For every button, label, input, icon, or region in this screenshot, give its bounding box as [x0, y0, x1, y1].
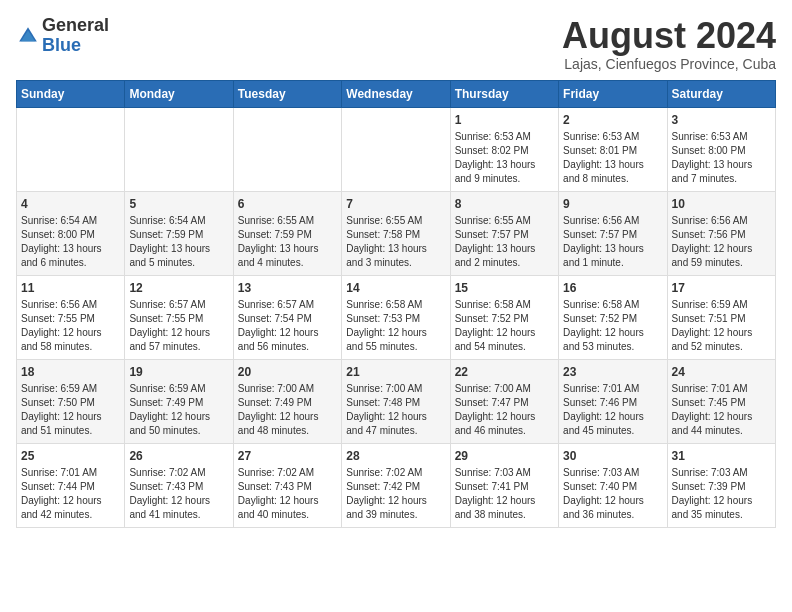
calendar-cell: 29Sunrise: 7:03 AMSunset: 7:41 PMDayligh… — [450, 443, 558, 527]
day-number: 27 — [238, 448, 337, 465]
day-number: 5 — [129, 196, 228, 213]
calendar-cell: 31Sunrise: 7:03 AMSunset: 7:39 PMDayligh… — [667, 443, 775, 527]
calendar-cell: 20Sunrise: 7:00 AMSunset: 7:49 PMDayligh… — [233, 359, 341, 443]
day-info: Sunrise: 7:02 AMSunset: 7:42 PMDaylight:… — [346, 466, 445, 522]
day-number: 6 — [238, 196, 337, 213]
day-number: 21 — [346, 364, 445, 381]
day-info: Sunrise: 6:59 AMSunset: 7:50 PMDaylight:… — [21, 382, 120, 438]
day-info: Sunrise: 6:59 AMSunset: 7:49 PMDaylight:… — [129, 382, 228, 438]
day-number: 13 — [238, 280, 337, 297]
day-number: 19 — [129, 364, 228, 381]
calendar-cell: 8Sunrise: 6:55 AMSunset: 7:57 PMDaylight… — [450, 191, 558, 275]
day-info: Sunrise: 7:03 AMSunset: 7:39 PMDaylight:… — [672, 466, 771, 522]
day-info: Sunrise: 7:00 AMSunset: 7:49 PMDaylight:… — [238, 382, 337, 438]
day-info: Sunrise: 7:03 AMSunset: 7:40 PMDaylight:… — [563, 466, 662, 522]
day-info: Sunrise: 6:56 AMSunset: 7:57 PMDaylight:… — [563, 214, 662, 270]
calendar-cell: 22Sunrise: 7:00 AMSunset: 7:47 PMDayligh… — [450, 359, 558, 443]
logo-blue-text: Blue — [42, 36, 109, 56]
day-info: Sunrise: 7:01 AMSunset: 7:46 PMDaylight:… — [563, 382, 662, 438]
calendar-cell: 16Sunrise: 6:58 AMSunset: 7:52 PMDayligh… — [559, 275, 667, 359]
calendar-header-row: SundayMondayTuesdayWednesdayThursdayFrid… — [17, 80, 776, 107]
day-info: Sunrise: 6:58 AMSunset: 7:53 PMDaylight:… — [346, 298, 445, 354]
calendar-cell: 5Sunrise: 6:54 AMSunset: 7:59 PMDaylight… — [125, 191, 233, 275]
header-sunday: Sunday — [17, 80, 125, 107]
calendar-cell: 23Sunrise: 7:01 AMSunset: 7:46 PMDayligh… — [559, 359, 667, 443]
location-subtitle: Lajas, Cienfuegos Province, Cuba — [562, 56, 776, 72]
calendar-cell: 27Sunrise: 7:02 AMSunset: 7:43 PMDayligh… — [233, 443, 341, 527]
header-tuesday: Tuesday — [233, 80, 341, 107]
calendar-cell: 30Sunrise: 7:03 AMSunset: 7:40 PMDayligh… — [559, 443, 667, 527]
page-header: General Blue August 2024 Lajas, Cienfueg… — [16, 16, 776, 72]
calendar-cell — [342, 107, 450, 191]
calendar-cell: 3Sunrise: 6:53 AMSunset: 8:00 PMDaylight… — [667, 107, 775, 191]
calendar-week-2: 4Sunrise: 6:54 AMSunset: 8:00 PMDaylight… — [17, 191, 776, 275]
day-number: 8 — [455, 196, 554, 213]
day-info: Sunrise: 6:54 AMSunset: 8:00 PMDaylight:… — [21, 214, 120, 270]
day-info: Sunrise: 6:55 AMSunset: 7:58 PMDaylight:… — [346, 214, 445, 270]
calendar-cell: 18Sunrise: 6:59 AMSunset: 7:50 PMDayligh… — [17, 359, 125, 443]
day-info: Sunrise: 6:57 AMSunset: 7:55 PMDaylight:… — [129, 298, 228, 354]
day-info: Sunrise: 7:02 AMSunset: 7:43 PMDaylight:… — [238, 466, 337, 522]
day-info: Sunrise: 6:58 AMSunset: 7:52 PMDaylight:… — [563, 298, 662, 354]
calendar-cell: 11Sunrise: 6:56 AMSunset: 7:55 PMDayligh… — [17, 275, 125, 359]
day-number: 25 — [21, 448, 120, 465]
day-number: 17 — [672, 280, 771, 297]
month-year-title: August 2024 — [562, 16, 776, 56]
day-number: 31 — [672, 448, 771, 465]
day-info: Sunrise: 7:01 AMSunset: 7:45 PMDaylight:… — [672, 382, 771, 438]
calendar-cell: 26Sunrise: 7:02 AMSunset: 7:43 PMDayligh… — [125, 443, 233, 527]
day-info: Sunrise: 6:59 AMSunset: 7:51 PMDaylight:… — [672, 298, 771, 354]
day-number: 7 — [346, 196, 445, 213]
day-info: Sunrise: 6:53 AMSunset: 8:00 PMDaylight:… — [672, 130, 771, 186]
calendar-cell: 12Sunrise: 6:57 AMSunset: 7:55 PMDayligh… — [125, 275, 233, 359]
header-thursday: Thursday — [450, 80, 558, 107]
day-number: 3 — [672, 112, 771, 129]
calendar-cell: 6Sunrise: 6:55 AMSunset: 7:59 PMDaylight… — [233, 191, 341, 275]
day-info: Sunrise: 6:56 AMSunset: 7:55 PMDaylight:… — [21, 298, 120, 354]
logo: General Blue — [16, 16, 109, 56]
calendar-cell — [17, 107, 125, 191]
calendar-cell: 28Sunrise: 7:02 AMSunset: 7:42 PMDayligh… — [342, 443, 450, 527]
calendar-cell: 1Sunrise: 6:53 AMSunset: 8:02 PMDaylight… — [450, 107, 558, 191]
calendar-cell: 21Sunrise: 7:00 AMSunset: 7:48 PMDayligh… — [342, 359, 450, 443]
day-number: 1 — [455, 112, 554, 129]
day-number: 2 — [563, 112, 662, 129]
day-info: Sunrise: 7:01 AMSunset: 7:44 PMDaylight:… — [21, 466, 120, 522]
day-number: 9 — [563, 196, 662, 213]
day-info: Sunrise: 7:00 AMSunset: 7:47 PMDaylight:… — [455, 382, 554, 438]
calendar-cell: 4Sunrise: 6:54 AMSunset: 8:00 PMDaylight… — [17, 191, 125, 275]
calendar-cell: 19Sunrise: 6:59 AMSunset: 7:49 PMDayligh… — [125, 359, 233, 443]
calendar-week-4: 18Sunrise: 6:59 AMSunset: 7:50 PMDayligh… — [17, 359, 776, 443]
calendar-cell: 7Sunrise: 6:55 AMSunset: 7:58 PMDaylight… — [342, 191, 450, 275]
calendar-week-3: 11Sunrise: 6:56 AMSunset: 7:55 PMDayligh… — [17, 275, 776, 359]
day-number: 15 — [455, 280, 554, 297]
calendar-cell — [125, 107, 233, 191]
calendar-cell — [233, 107, 341, 191]
calendar-week-5: 25Sunrise: 7:01 AMSunset: 7:44 PMDayligh… — [17, 443, 776, 527]
day-number: 28 — [346, 448, 445, 465]
day-number: 30 — [563, 448, 662, 465]
calendar-cell: 14Sunrise: 6:58 AMSunset: 7:53 PMDayligh… — [342, 275, 450, 359]
day-number: 18 — [21, 364, 120, 381]
day-number: 20 — [238, 364, 337, 381]
day-number: 10 — [672, 196, 771, 213]
calendar-week-1: 1Sunrise: 6:53 AMSunset: 8:02 PMDaylight… — [17, 107, 776, 191]
calendar-cell: 13Sunrise: 6:57 AMSunset: 7:54 PMDayligh… — [233, 275, 341, 359]
day-info: Sunrise: 6:57 AMSunset: 7:54 PMDaylight:… — [238, 298, 337, 354]
day-number: 16 — [563, 280, 662, 297]
calendar-cell: 9Sunrise: 6:56 AMSunset: 7:57 PMDaylight… — [559, 191, 667, 275]
calendar-table: SundayMondayTuesdayWednesdayThursdayFrid… — [16, 80, 776, 528]
day-info: Sunrise: 6:53 AMSunset: 8:01 PMDaylight:… — [563, 130, 662, 186]
day-number: 29 — [455, 448, 554, 465]
title-block: August 2024 Lajas, Cienfuegos Province, … — [562, 16, 776, 72]
calendar-cell: 15Sunrise: 6:58 AMSunset: 7:52 PMDayligh… — [450, 275, 558, 359]
day-number: 14 — [346, 280, 445, 297]
day-number: 23 — [563, 364, 662, 381]
day-info: Sunrise: 6:56 AMSunset: 7:56 PMDaylight:… — [672, 214, 771, 270]
day-info: Sunrise: 7:02 AMSunset: 7:43 PMDaylight:… — [129, 466, 228, 522]
day-info: Sunrise: 6:53 AMSunset: 8:02 PMDaylight:… — [455, 130, 554, 186]
header-saturday: Saturday — [667, 80, 775, 107]
logo-text: General Blue — [42, 16, 109, 56]
day-number: 12 — [129, 280, 228, 297]
logo-general-text: General — [42, 16, 109, 36]
